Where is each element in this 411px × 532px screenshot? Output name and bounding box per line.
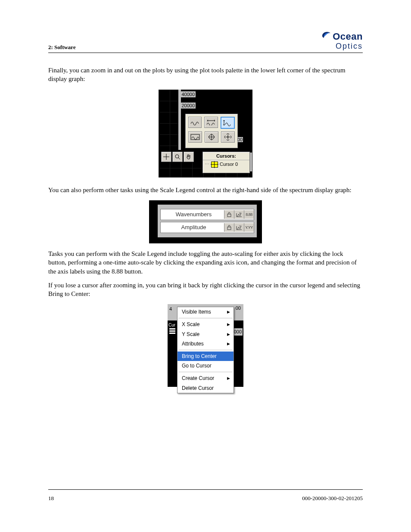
autoscale-x-button[interactable]: X (234, 210, 244, 219)
menu-item-label: X Scale (182, 321, 199, 328)
svg-point-1 (227, 136, 228, 137)
bg-number-00: 00 (236, 305, 241, 311)
submenu-arrow-icon: ▶ (227, 322, 230, 327)
submenu-arrow-icon: ▶ (227, 341, 230, 346)
paragraph-scale-tasks: Tasks you can perform with the Scale Leg… (48, 249, 363, 276)
zoom-tool-palette (185, 114, 238, 148)
scale-row-wavenumbers: Wavenumbers X 8.88 (160, 209, 254, 220)
svg-rect-3 (227, 214, 231, 217)
menu-item-delete-cursor[interactable]: Delete Cursor (177, 383, 234, 393)
scale-row-label: Amplitude (161, 224, 224, 231)
paragraph-zoom-tools: Finally, you can zoom in and out on the … (48, 66, 363, 84)
graph-tools-toolbar (161, 152, 194, 162)
zoom-y-button[interactable] (221, 117, 235, 129)
menu-item-label: Y Scale (182, 331, 199, 338)
paragraph-scale-legend: You can also perform other tasks using t… (48, 186, 363, 194)
menu-item-visible-items[interactable]: Visible Items ▶ (177, 307, 234, 317)
y-tick-20000: 20000 (181, 103, 196, 109)
header-rule (48, 53, 363, 53)
page-footer: 18 000-20000-300-02-201205 (48, 495, 363, 502)
submenu-arrow-icon: ▶ (227, 309, 230, 314)
menu-item-label: Visible Items (182, 308, 211, 315)
cursor-item-0[interactable]: ⋯ Cursor 0 (203, 160, 249, 168)
page-header: 2: Software Ocean Optics (48, 30, 363, 51)
bg-number-4: 4 (169, 306, 172, 312)
paragraph-bring-to-center: If you lose a cursor after zooming in, y… (48, 281, 363, 299)
y-tick-40000: 40000 (181, 91, 196, 98)
document-id: 000-20000-300-02-201205 (302, 495, 363, 502)
cursor-legend: Cursors: ⋯ Cursor 0 (202, 152, 250, 173)
logo-swirl-icon (320, 31, 332, 44)
lock-y-button[interactable] (224, 223, 234, 232)
submenu-arrow-icon: ▶ (227, 332, 230, 337)
cursor-item-label: Cursor 0 (220, 161, 238, 168)
svg-point-2 (175, 155, 179, 158)
scale-row-amplitude: Amplitude Y Y.YY (160, 222, 254, 233)
footer-rule (48, 489, 363, 490)
lock-x-button[interactable] (224, 210, 234, 219)
lock-icon (227, 225, 231, 230)
format-x-button[interactable]: 8.88 (244, 210, 254, 219)
autoscale-y-button[interactable]: Y (234, 223, 244, 232)
menu-item-label: Attributes (182, 340, 204, 347)
menu-item-label: Go to Cursor (182, 362, 212, 369)
svg-text:X: X (239, 212, 241, 215)
menu-item-x-scale[interactable]: X Scale ▶ (177, 320, 234, 329)
figure-cursor-context-menu: 4 00 Cur 50000 Visible Items ▶ X Scale ▶ (48, 304, 363, 389)
submenu-arrow-icon: ▶ (227, 376, 230, 381)
brand-logo: Ocean Optics (320, 31, 363, 51)
menu-item-label: Create Cursor (182, 375, 214, 382)
zoom-in-point-button[interactable] (205, 131, 218, 143)
menu-item-attributes[interactable]: Attributes ▶ (177, 339, 234, 348)
svg-rect-5 (227, 227, 231, 230)
menu-item-bring-to-center[interactable]: Bring to Center (177, 352, 234, 361)
format-y-button[interactable]: Y.YY (244, 223, 254, 232)
x-tick-remnant: 00 (237, 137, 243, 142)
cursor-color-icon (211, 162, 218, 168)
menu-separator (178, 318, 233, 318)
logo-text-top: Ocean (333, 31, 363, 42)
figure-tool-palette: 40000 20000 00 (48, 90, 363, 180)
menu-item-create-cursor[interactable]: Create Cursor ▶ (177, 373, 234, 383)
bg-bars-icon (169, 327, 175, 335)
pan-tool-button[interactable] (184, 152, 194, 162)
menu-item-y-scale[interactable]: Y Scale ▶ (177, 330, 234, 339)
menu-item-go-to-cursor[interactable]: Go to Cursor (177, 361, 234, 370)
section-label: 2: Software (48, 44, 76, 51)
svg-text:Y: Y (239, 225, 241, 227)
scrollbar-edge[interactable] (250, 152, 252, 171)
cursor-legend-title: Cursors: (203, 152, 249, 161)
zoom-out-point-button[interactable] (221, 131, 235, 143)
zoom-fit-button[interactable] (188, 131, 202, 143)
zoom-x-button[interactable] (204, 117, 218, 128)
zoom-tool-button[interactable] (172, 152, 183, 162)
crosshair-tool-button[interactable] (161, 152, 171, 162)
zoom-window-button[interactable] (188, 117, 202, 128)
scale-row-label: Wavenumbers (161, 211, 224, 218)
menu-item-label: Bring to Center (182, 353, 217, 360)
figure-scale-legend: Wavenumbers X 8.88 Amplitude (48, 200, 363, 243)
menu-item-label: Delete Cursor (182, 385, 214, 392)
menu-separator (178, 350, 233, 350)
page-number: 18 (48, 495, 54, 502)
menu-separator (178, 372, 233, 372)
lock-icon (227, 212, 231, 217)
cursor-context-menu: Visible Items ▶ X Scale ▶ Y Scale ▶ Attr… (177, 307, 234, 393)
